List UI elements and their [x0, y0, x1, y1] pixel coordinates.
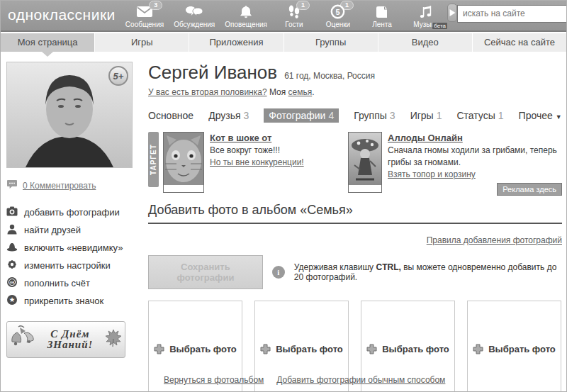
upload-slot-4[interactable]: Выбрать фото [467, 301, 561, 392]
star-badge-icon: ★ [6, 294, 18, 308]
ratings-button[interactable]: 1 5 Оценки [321, 4, 355, 28]
tab-label: Друзья [208, 110, 240, 121]
maple-leaf-icon [105, 329, 122, 350]
chevron-down-icon: ▼ [556, 113, 562, 121]
messages-button[interactable]: 3 Сообщения [125, 4, 164, 28]
music-icon [419, 4, 433, 19]
rules-row: Правила добавления фотографий [148, 233, 562, 246]
tab-friends[interactable]: Друзья3 [208, 110, 249, 121]
sidebar-item-invisible-mode[interactable]: включить «невидимку» [6, 239, 141, 257]
music-button[interactable]: Музыка бета [409, 4, 443, 28]
nav-tab-label: Видео [412, 37, 439, 47]
cat-ad-image[interactable] [163, 132, 204, 193]
save-photos-button[interactable]: Сохранить фотографии [148, 255, 263, 289]
choose-photo-label: Выбрать фото [276, 344, 343, 354]
chat-icon [185, 4, 203, 19]
feed-button[interactable]: Лента [365, 4, 399, 28]
tab-label: Игры [410, 110, 434, 121]
tab-count: 4 [328, 110, 334, 121]
tab-count: 1 [437, 110, 442, 121]
allods-ad-text-line1: Сначала гномы ходили за грибами, теперь [388, 145, 557, 155]
tab-more[interactable]: Прочее ▼ [519, 110, 562, 121]
back-to-album-link[interactable]: Вернуться в фотоальбом [164, 375, 264, 385]
nav-tab-label: Моя страница [18, 37, 78, 47]
menu-label: прикрепить значок [24, 296, 103, 306]
allods-ad-image[interactable] [348, 132, 382, 193]
cat-ad-text: Все вокруг тоже!!! [210, 145, 280, 155]
family-link[interactable]: семья [288, 87, 313, 97]
person-icon [6, 224, 18, 237]
allods-ad-title-link[interactable]: Аллоды Онлайн [388, 132, 463, 144]
photo-rules-link[interactable]: Правила добавления фотографий [427, 235, 562, 245]
nav-tab-groups[interactable]: Группы [284, 33, 378, 52]
nav-tab-video[interactable]: Видео [378, 33, 473, 52]
target-vertical-label: ТАРГЕТ [148, 132, 159, 187]
add-photos-normal-way-link[interactable]: Добавить фотографии обычным способом [276, 375, 445, 385]
main-nav-tabs: Моя страница Игры Приложения Группы Виде… [1, 33, 566, 52]
sidebar-item-top-up[interactable]: ок пополнить счёт [6, 274, 141, 292]
comments-link[interactable]: 0 Комментировать [23, 181, 96, 191]
profile-photo[interactable]: 5+ [6, 62, 133, 168]
second-half-link[interactable]: У вас есть вторая половинка? [148, 87, 267, 97]
play-icon [448, 9, 456, 17]
notifications-button[interactable]: Оповещения [225, 4, 267, 28]
choose-photo-label: Выбрать фото [382, 344, 449, 354]
feed-label: Лента [372, 21, 392, 28]
banner-text: С Днём ЗНаний! [47, 329, 94, 350]
age-rating-badge: 5+ [108, 66, 128, 86]
sidebar-item-find-friends[interactable]: найти друзей [6, 221, 141, 239]
play-button[interactable] [447, 4, 457, 22]
sidebar-item-add-photos[interactable]: добавить фотографии [6, 203, 141, 221]
tab-groups[interactable]: Группы3 [354, 110, 395, 121]
hat-icon [6, 242, 18, 254]
search-input[interactable] [457, 5, 567, 23]
tab-label: Прочее [519, 110, 553, 121]
advertise-here-button[interactable]: Реклама здесь [497, 183, 562, 196]
plus-icon [366, 344, 377, 354]
tab-main[interactable]: Основное [148, 110, 193, 121]
tab-count: 3 [390, 110, 395, 121]
sidebar-item-settings[interactable]: изменить настройки [6, 257, 141, 274]
rating-icon: 5 [330, 4, 345, 19]
knowledge-day-banner[interactable]: С Днём ЗНаний! [6, 321, 125, 358]
nav-tab-my-page[interactable]: Моя страница [1, 33, 95, 52]
bottom-links: Вернуться в фотоальбом Добавить фотограф… [164, 375, 445, 385]
camera-icon [6, 206, 18, 218]
ad-target: ТАРГЕТ Кот в шоке от Все вокруг тоже!!! … [148, 132, 348, 193]
cat-ad-title-link[interactable]: Кот в шоке от [210, 132, 271, 144]
family-suffix: . [312, 87, 314, 97]
svg-text:★: ★ [9, 296, 16, 303]
menu-label: добавить фотографии [24, 207, 120, 218]
tab-photos[interactable]: Фотографии4 [264, 108, 339, 123]
guests-button[interactable]: 1 Гости [277, 4, 311, 28]
ratings-label: Оценки [326, 21, 350, 28]
discussions-label: Обсуждения [174, 21, 215, 28]
sidebar-item-attach-badge[interactable]: ★ прикрепить значок [6, 292, 141, 310]
nav-tab-apps[interactable]: Приложения [189, 33, 284, 52]
site-logo[interactable]: одноклассники [8, 6, 116, 23]
banner-line1: С Днём [50, 328, 89, 340]
nav-tab-online-now[interactable]: Сейчас на сайте [473, 33, 566, 52]
messages-label: Сообщения [125, 21, 164, 28]
menu-label: изменить настройки [24, 260, 111, 271]
profile-links-row: У вас есть вторая половинка? Моя семья. [148, 87, 562, 97]
profile-meta: 61 год, Москва, Россия [284, 71, 375, 81]
discussions-button[interactable]: Обсуждения [174, 4, 215, 28]
allods-ad-cta-link[interactable]: Взять топор и корзину [388, 169, 476, 179]
cat-ad-cta-link[interactable]: Но ты вне конкуренции! [210, 157, 304, 167]
site-search [457, 5, 567, 23]
tab-statuses[interactable]: Статусы1 [456, 110, 503, 121]
guests-label: Гости [285, 21, 303, 28]
sidebar-menu: добавить фотографии найти друзей включит… [6, 203, 141, 310]
music-beta-tag: бета [432, 23, 447, 29]
cat-ad-body: Кот в шоке от Все вокруг тоже!!! Но ты в… [210, 132, 304, 193]
top-header-bar: одноклассники 3 Сообщения Обсуждения О [1, 1, 566, 32]
family-prefix: Моя [269, 87, 286, 97]
menu-label: найти друзей [24, 225, 81, 235]
menu-label: пополнить счёт [24, 278, 90, 289]
tab-label: Статусы [456, 110, 495, 121]
tab-games[interactable]: Игры1 [410, 110, 442, 121]
nav-tab-games[interactable]: Игры [95, 33, 189, 52]
tab-label: Основное [148, 110, 193, 121]
nav-tab-label: Сейчас на сайте [484, 37, 555, 47]
